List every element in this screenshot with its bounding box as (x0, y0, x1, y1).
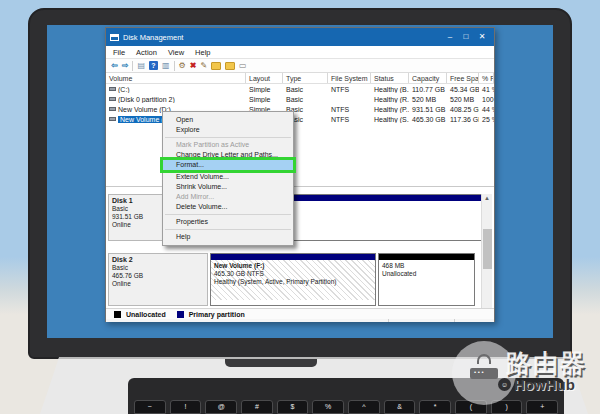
console-window-icon[interactable]: ▤ (137, 60, 145, 72)
menu-action[interactable]: Action (136, 48, 157, 57)
key: ! (170, 400, 202, 414)
router-antenna-icon (477, 354, 491, 364)
disk-kind: Basic (112, 264, 128, 271)
key: # (241, 400, 273, 414)
toolbar: ⇦ ⇨ ▤ ? ▥ ⚙ ✖ ✎ ▭ (106, 59, 494, 73)
col-free-space[interactable]: Free Spa... (447, 73, 479, 83)
cell-pct: 25 % (479, 116, 494, 123)
title-bar[interactable]: Disk Management – □ ✕ (106, 28, 494, 46)
menu-item-extend-volume[interactable]: Extend Volume... (163, 172, 293, 182)
col-status[interactable]: Status (371, 73, 409, 83)
cell-capacity: 520 MB (409, 96, 447, 103)
folder-icon[interactable] (211, 62, 221, 70)
col-pct-free[interactable]: % Free (479, 73, 494, 83)
partition-info: New Volume (F:) 465.30 GB NTFS Healthy (… (211, 260, 375, 300)
status-divider (388, 319, 389, 322)
properties-window-icon[interactable]: ▥ (162, 60, 170, 72)
menu-item-open[interactable]: Open (163, 115, 293, 125)
cell-status: Healthy (P... (371, 106, 409, 113)
menu-item-shrink-volume[interactable]: Shrink Volume... (163, 182, 293, 192)
chat-icon: ☺ (498, 378, 511, 391)
display-icon[interactable]: ▭ (239, 60, 247, 72)
menu-item-mark-active: Mark Partition as Active (163, 140, 293, 150)
tool-icon[interactable]: ⚙ (179, 60, 186, 72)
disk-state: Online (112, 221, 131, 228)
disk-name: Disk 2 (112, 256, 133, 263)
cell-fs: NTFS (328, 116, 371, 123)
menu-item-help[interactable]: Help (163, 232, 293, 242)
cell-free: 117.36 GB (447, 116, 479, 123)
key: ~ (134, 400, 166, 414)
cell-capacity: 465.30 GB (409, 116, 447, 123)
volume-icon (109, 117, 116, 121)
scroll-up-icon[interactable]: ▲ (484, 195, 490, 201)
delete-volume-icon[interactable]: ✖ (190, 60, 197, 72)
cell-fs: NTFS (328, 106, 371, 113)
menu-item-explore[interactable]: Explore (163, 125, 293, 135)
disk2-partition-newvolume[interactable]: New Volume (F:) 465.30 GB NTFS Healthy (… (210, 253, 376, 306)
minimize-button[interactable]: – (442, 28, 458, 46)
disk-size: 465.76 GB (112, 272, 143, 279)
cell-free: 45.34 GB (447, 86, 479, 93)
cell-status: Healthy (B... (371, 86, 409, 93)
unallocated-size: 468 MB (382, 262, 404, 269)
menu-help[interactable]: Help (195, 48, 210, 57)
col-volume[interactable]: Volume (106, 73, 246, 83)
scrollbar-thumb[interactable] (483, 229, 492, 269)
menu-item-delete-volume[interactable]: Delete Volume... (163, 202, 293, 212)
legend-primary-label: Primary partition (189, 311, 245, 318)
edit-icon[interactable]: ✎ (200, 60, 207, 72)
col-layout[interactable]: Layout (246, 73, 283, 83)
back-icon[interactable]: ⇦ (111, 60, 118, 72)
disk-size: 931.51 GB (112, 213, 143, 220)
partition-status: Healthy (System, Active, Primary Partiti… (214, 278, 336, 285)
context-menu: Open Explore Mark Partition as Active Ch… (162, 111, 294, 246)
vertical-scrollbar[interactable]: ▲ ▼ (481, 194, 492, 316)
menu-bar: File Action View Help (106, 46, 494, 59)
table-row[interactable]: (Disk 0 partition 2) Simple Basic Health… (106, 94, 494, 104)
table-row[interactable]: (C:) Simple Basic NTFS Healthy (B... 110… (106, 84, 494, 94)
cell-status: Healthy (R... (371, 96, 409, 103)
col-capacity[interactable]: Capacity (409, 73, 447, 83)
legend-bar: Unallocated Primary partition (106, 308, 494, 319)
unallocated-swatch (114, 311, 121, 318)
volume-name[interactable]: (C:) (118, 86, 130, 93)
menu-file[interactable]: File (113, 48, 125, 57)
menu-item-format[interactable]: Format... (163, 160, 293, 170)
unallocated-label: Unallocated (382, 270, 416, 277)
menu-view[interactable]: View (168, 48, 184, 57)
disk-kind: Basic (112, 205, 128, 212)
cell-pct: 41 % (479, 86, 494, 93)
menu-item-properties[interactable]: Properties (163, 217, 293, 227)
cell-type: Basic (283, 96, 328, 103)
menu-item-change-drive-letter[interactable]: Change Drive Letter and Paths... (163, 150, 293, 160)
watermark-brand-text: HowHub (514, 376, 575, 393)
col-type[interactable]: Type (283, 73, 328, 83)
status-divider (454, 319, 455, 322)
volume-icon (109, 97, 116, 101)
volume-name[interactable]: (Disk 0 partition 2) (118, 96, 175, 103)
folder-open-icon[interactable] (225, 62, 235, 70)
key: % (312, 400, 344, 414)
forward-icon[interactable]: ⇨ (122, 60, 129, 72)
status-strip (106, 319, 494, 322)
help-icon[interactable]: ? (149, 61, 158, 70)
cell-free: 408.25 GB (447, 106, 479, 113)
volume-icon (109, 107, 116, 111)
volume-list-header[interactable]: Volume Layout Type File System Status Ca… (106, 73, 494, 84)
cell-pct: 100 % (479, 96, 494, 103)
legend-unallocated-label: Unallocated (126, 311, 166, 318)
col-file-system[interactable]: File System (328, 73, 371, 83)
primary-partition-swatch (177, 311, 184, 318)
disk2-label[interactable]: Disk 2 Basic 465.76 GB Online (108, 253, 208, 306)
disk-name: Disk 1 (112, 197, 133, 204)
cell-free: 520 MB (447, 96, 479, 103)
maximize-button[interactable]: □ (458, 28, 474, 46)
cell-layout: Simple (246, 96, 283, 103)
disk2-partition-unallocated[interactable]: 468 MB Unallocated (378, 253, 475, 306)
key: + (526, 400, 558, 414)
close-button[interactable]: ✕ (474, 28, 490, 46)
toolbar-separator (132, 61, 133, 71)
cell-status: Healthy (S... (371, 116, 409, 123)
disk2-row: Disk 2 Basic 465.76 GB Online New Volume… (108, 253, 482, 306)
